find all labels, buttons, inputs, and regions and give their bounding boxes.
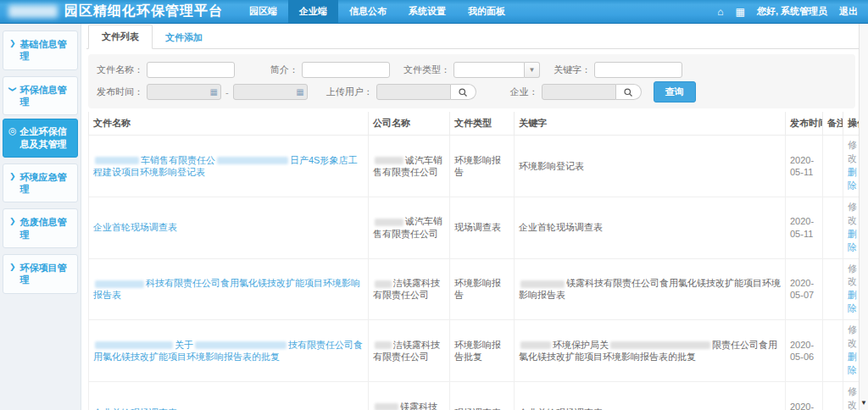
file-name-cell: 企业首轮现场调查表	[89, 382, 369, 410]
search-form: 文件名称： 简介： 文件类型： ▼ 关键字：	[88, 54, 855, 108]
home-icon[interactable]: ⌂	[717, 7, 723, 17]
file-name-link[interactable]: 车销售有限责任公日产4S形象店工程建设项目环境影响登记表	[93, 155, 357, 177]
search-icon[interactable]	[616, 84, 642, 100]
sidebar-item-label: 环保信息管理	[20, 84, 73, 108]
company-cell: 洁镁露科技有限责任公司	[369, 258, 450, 320]
file-type-label: 文件类型：	[403, 64, 450, 76]
sidebar-item[interactable]: ❯基础信息管理	[3, 30, 78, 70]
keyword-label: 关键字：	[554, 64, 591, 76]
actions-cell: 修改删除	[843, 258, 860, 320]
delete-link[interactable]: 删除	[848, 289, 859, 316]
table-header-row: 文件名称公司名称文件类型关键字发布时间备注操作	[89, 112, 860, 136]
file-type-cell: 环境影响报告	[450, 258, 515, 320]
modify-link[interactable]: 修改	[848, 385, 859, 410]
publish-time-label: 发布时间：	[97, 86, 143, 98]
file-type-cell: 环境影响报告批复	[450, 320, 515, 382]
publish-date-cell: 2020-05-11	[786, 136, 823, 197]
table-row: 科技有限责任公司食用氯化镁技改扩能项目环境影响报告表洁镁露科技有限责任公司环境影…	[89, 258, 860, 320]
company-cell: 洁镁露科技有限责任公司	[369, 320, 450, 382]
upload-user-label: 上传用户：	[326, 86, 373, 98]
keyword-cell: 企业首轮现场调查表	[515, 382, 786, 410]
apps-grid-icon[interactable]: ▦	[736, 7, 745, 17]
sidebar-item[interactable]: ❯环保项目管理	[3, 254, 78, 294]
table-row: 关于技有限责任公司食用氯化镁技改扩能项目环境影响报告表的批复洁镁露科技有限责任公…	[89, 320, 860, 382]
summary-label: 简介：	[270, 64, 298, 76]
column-header: 关键字	[515, 112, 786, 136]
upload-user-input[interactable]	[376, 84, 451, 100]
column-header: 备注	[823, 112, 843, 136]
file-name-input[interactable]	[147, 62, 235, 78]
nav-item[interactable]: 信息公布	[338, 0, 398, 23]
sidebar-subitem[interactable]: ◎企业环保信息及其管理	[3, 119, 78, 158]
redacted-text	[520, 280, 565, 288]
publish-date-cell: 2020-05-06	[786, 320, 823, 382]
scroll-down-icon[interactable]: ▼	[860, 399, 867, 410]
actions-cell: 修改删除	[843, 197, 860, 258]
modify-link[interactable]: 修改	[848, 201, 859, 228]
tab-active[interactable]: 文件列表	[88, 25, 153, 49]
redacted-text	[375, 280, 392, 288]
file-name-link[interactable]: 关于技有限责任公司食用氯化镁技改扩能项目环境影响报告表的批复	[93, 340, 363, 362]
table-body: 车销售有限责任公日产4S形象店工程建设项目环境影响登记表诚汽车销售有限责任公司环…	[89, 136, 860, 410]
scrollbar[interactable]: ▼	[859, 24, 868, 410]
publish-date-cell: 2020-05-07	[786, 258, 823, 320]
sidebar-item[interactable]: ❯环境应急管理	[3, 163, 78, 203]
file-type-cell: 环境影响报告	[450, 136, 515, 197]
company-label: 企业：	[510, 86, 538, 98]
redacted-text	[95, 157, 139, 164]
chevron-down-icon[interactable]: ▼	[525, 62, 540, 78]
note-cell	[823, 382, 843, 410]
nav-item[interactable]: 我的面板	[457, 0, 516, 23]
tab-inactive[interactable]: 文件添加	[153, 26, 215, 49]
redacted-text	[375, 157, 403, 164]
sidebar-item-label: 环保项目管理	[20, 262, 73, 286]
chevron-icon: ❯	[9, 38, 16, 49]
actions-cell: 修改删除	[843, 136, 860, 197]
nav-item[interactable]: 系统设置	[398, 0, 457, 23]
file-name-cell: 车销售有限责任公日产4S形象店工程建设项目环境影响登记表	[89, 136, 369, 197]
main-content: 文件列表文件添加 文件名称： 简介： 文件类型： ▼	[81, 24, 859, 410]
company-cell: 诚汽车销售有限责任公司	[369, 197, 450, 258]
redacted-text	[610, 341, 710, 349]
file-name-link[interactable]: 企业首轮现场调查表	[93, 222, 177, 232]
redacted-text	[375, 341, 392, 349]
note-cell	[823, 320, 843, 382]
actions-cell: 修改删除	[843, 382, 860, 410]
modify-link[interactable]: 修改	[848, 324, 859, 351]
chevron-icon: ❯	[7, 86, 18, 92]
delete-link[interactable]: 删除	[848, 228, 859, 255]
column-header: 发布时间	[786, 112, 823, 136]
delete-link[interactable]: 删除	[848, 166, 859, 193]
search-icon[interactable]	[451, 84, 476, 100]
note-cell	[823, 197, 843, 258]
sidebar: ❯基础信息管理❯环保信息管理◎企业环保信息及其管理❯环境应急管理❯危废信息管理❯…	[0, 24, 81, 410]
sidebar-item[interactable]: ❯环保信息管理	[3, 76, 78, 116]
file-type-select[interactable]	[453, 62, 525, 78]
publish-date-cell: 2020-05-11	[786, 197, 823, 258]
company-input[interactable]	[542, 84, 616, 100]
file-name-cell: 关于技有限责任公司食用氯化镁技改扩能项目环境影响报告表的批复	[89, 320, 369, 382]
nav-item[interactable]: 园区端	[238, 0, 288, 23]
keyword-cell: 环境保护局关限责任公司食用氯化镁技改扩能项目环境影响报告表的批复	[515, 320, 786, 382]
chevron-icon: ❯	[9, 262, 16, 273]
keyword-input[interactable]	[594, 62, 682, 78]
file-name-link[interactable]: 科技有限责任公司食用氯化镁技改扩能项目环境影响报告表	[93, 278, 360, 300]
nav-item[interactable]: 企业端	[288, 0, 338, 23]
sidebar-item[interactable]: ❯危废信息管理	[3, 208, 78, 248]
delete-link[interactable]: 删除	[848, 351, 859, 378]
logout-link[interactable]: 退出	[839, 5, 858, 18]
column-header: 文件类型	[450, 112, 515, 136]
summary-input[interactable]	[302, 62, 390, 78]
query-button[interactable]: 查询	[654, 81, 696, 102]
sidebar-subitem-label: 企业环保信息及其管理	[20, 125, 74, 151]
header-right: ⌂ ▦ 您好, 系统管理员 退出	[717, 5, 868, 18]
calendar-icon[interactable]: ▦	[296, 88, 303, 97]
modify-link[interactable]: 修改	[848, 263, 859, 290]
column-header: 文件名称	[89, 112, 369, 136]
header-nav: 园区端企业端信息公布系统设置我的面板	[238, 0, 516, 23]
user-greeting: 您好, 系统管理员	[757, 5, 827, 18]
modify-link[interactable]: 修改	[848, 139, 859, 166]
calendar-icon[interactable]: ▦	[210, 88, 218, 97]
redacted-text	[217, 157, 288, 164]
keyword-cell: 企业首轮现场调查表	[515, 197, 786, 258]
